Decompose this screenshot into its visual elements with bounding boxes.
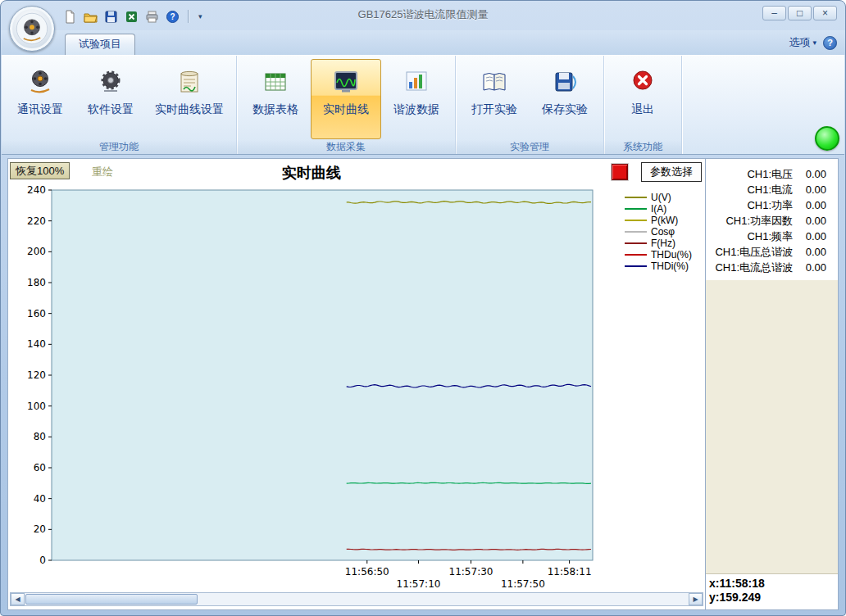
svg-text:11:56:50: 11:56:50 [345, 566, 389, 578]
scroll-thumb[interactable] [25, 594, 198, 605]
measurement-row: CH1:电压总谐波0.00 [706, 244, 838, 260]
svg-text:11:58:11: 11:58:11 [548, 566, 592, 578]
measurement-label: CH1:频率 [747, 229, 793, 244]
software-settings-button[interactable]: 软件设置 [75, 59, 146, 139]
legend-label: I(A) [651, 203, 666, 215]
software-settings-icon [97, 68, 125, 96]
redraw-button[interactable]: 重绘 [92, 165, 113, 179]
chevron-down-icon: ▾ [812, 38, 816, 47]
legend-swatch [625, 231, 647, 233]
exit-button[interactable]: 退出 [607, 59, 678, 139]
open-experiment-button[interactable]: 打开实验 [459, 59, 530, 139]
legend-label: Cosφ [651, 226, 675, 238]
app-menu-orb[interactable] [9, 6, 55, 52]
legend-label: P(kW) [651, 215, 678, 226]
scroll-left-icon[interactable]: ◀ [11, 593, 25, 605]
curve-settings-icon [175, 68, 203, 96]
svg-text:180: 180 [27, 277, 46, 288]
curve-settings-button[interactable]: 实时曲线设置 [146, 59, 233, 139]
restore-zoom-button[interactable]: 恢复100% [10, 162, 70, 179]
realtime-curve-icon [332, 68, 360, 96]
status-indicator-light [815, 126, 839, 151]
svg-text:40: 40 [34, 493, 46, 505]
data-table-icon [262, 68, 289, 96]
svg-text:140: 140 [27, 338, 46, 350]
cursor-y-value: y:159.249 [709, 591, 835, 605]
ribbon: 通讯设置 软件设置 实时曲线设置 管理功能 [2, 55, 844, 155]
measurement-value: 0.00 [800, 199, 826, 211]
legend-item: F(Hz) [625, 238, 692, 248]
measurement-row: CH1:功率因数0.00 [706, 213, 838, 229]
ribbon-group-management: 通讯设置 软件设置 实时曲线设置 管理功能 [2, 56, 237, 154]
measurement-row: CH1:电流总谐波0.00 [706, 260, 838, 275]
legend: U(V)I(A)P(kW)CosφF(Hz)THDu(%)THDi(%) [625, 192, 692, 271]
harmonic-data-button[interactable]: 谐波数据 [381, 59, 452, 139]
measurement-panel: CH1:电压0.00CH1:电流0.00CH1:功率0.00CH1:功率因数0.… [705, 159, 838, 609]
measurement-value: 0.00 [800, 246, 826, 258]
scroll-track[interactable] [25, 593, 689, 605]
window-controls: – □ × [762, 6, 837, 20]
parameter-select-button[interactable]: 参数选择 [641, 162, 702, 182]
title-bar: ? ▾ GB17625谐波电流限值测量 – □ × [1, 1, 845, 30]
minimize-button[interactable]: – [762, 6, 786, 20]
close-button[interactable]: × [813, 6, 837, 20]
svg-text:11:57:30: 11:57:30 [449, 566, 494, 578]
measurement-value: 0.00 [800, 168, 826, 180]
comm-settings-icon [26, 68, 54, 96]
ribbon-help-icon[interactable]: ? [823, 36, 837, 50]
app-logo-icon [13, 10, 51, 48]
legend-swatch [625, 208, 647, 210]
measurement-row: CH1:功率0.00 [706, 197, 838, 213]
data-table-button[interactable]: 数据表格 [240, 59, 311, 139]
chart-svg[interactable]: 02040608010012014016018020022024011:56:5… [13, 183, 612, 595]
cursor-readout: x:11:58:18 y:159.249 [706, 573, 838, 609]
chart-panel: 实时曲线 恢复100% 重绘 参数选择 02040608010012014016… [8, 159, 705, 609]
ribbon-button-label: 实时曲线 [323, 102, 369, 117]
exit-icon [629, 68, 657, 96]
scroll-right-icon[interactable]: ▶ [689, 593, 703, 605]
measurement-row: CH1:频率0.00 [706, 229, 838, 244]
ribbon-button-label: 实时曲线设置 [155, 102, 224, 117]
svg-text:100: 100 [27, 401, 46, 412]
legend-item: U(V) [625, 192, 692, 202]
harmonic-data-icon [403, 68, 430, 96]
ribbon-group-label: 数据采集 [237, 140, 455, 154]
ribbon-button-label: 软件设置 [88, 102, 134, 117]
ribbon-group-system: 退出 系统功能 [604, 56, 682, 154]
legend-item: P(kW) [625, 215, 692, 225]
options-button[interactable]: 选项 ▾ [789, 35, 816, 50]
measurement-label: CH1:功率因数 [725, 214, 793, 229]
stop-record-button[interactable] [612, 164, 628, 180]
save-experiment-button[interactable]: 保存实验 [530, 59, 600, 139]
legend-swatch [625, 242, 647, 244]
measurement-label: CH1:电流总谐波 [715, 260, 793, 275]
measurement-row: CH1:电压0.00 [706, 166, 838, 182]
measurement-value: 0.00 [800, 261, 826, 274]
window-title: GB17625谐波电流限值测量 [1, 1, 845, 29]
realtime-curve-button[interactable]: 实时曲线 [311, 59, 381, 139]
maximize-button[interactable]: □ [788, 6, 812, 20]
ribbon-group-label: 管理功能 [2, 140, 236, 154]
legend-swatch [625, 220, 647, 221]
ribbon-button-label: 数据表格 [252, 102, 298, 117]
svg-text:80: 80 [34, 431, 46, 442]
svg-text:11:57:50: 11:57:50 [501, 578, 545, 590]
svg-text:20: 20 [34, 523, 46, 535]
comm-settings-button[interactable]: 通讯设置 [5, 59, 75, 139]
ribbon-button-label: 谐波数据 [393, 102, 439, 117]
svg-text:200: 200 [27, 246, 46, 257]
open-experiment-icon [480, 68, 508, 96]
svg-text:60: 60 [34, 462, 46, 473]
svg-text:11:57:10: 11:57:10 [397, 578, 441, 590]
legend-item: THDi(%) [625, 260, 692, 271]
legend-item: I(A) [625, 203, 692, 214]
legend-label: U(V) [651, 192, 671, 203]
measurement-row: CH1:电流0.00 [706, 182, 838, 197]
tab-test-project[interactable]: 试验项目 [65, 34, 135, 55]
legend-label: THDu(%) [651, 249, 692, 260]
horizontal-scrollbar[interactable]: ◀ ▶ [10, 592, 703, 606]
svg-text:0: 0 [39, 555, 46, 566]
measurement-value: 0.00 [800, 215, 826, 227]
ribbon-group-data-acquisition: 数据表格 实时曲线 谐波数据 数据采集 [237, 56, 456, 154]
svg-text:120: 120 [27, 369, 46, 381]
